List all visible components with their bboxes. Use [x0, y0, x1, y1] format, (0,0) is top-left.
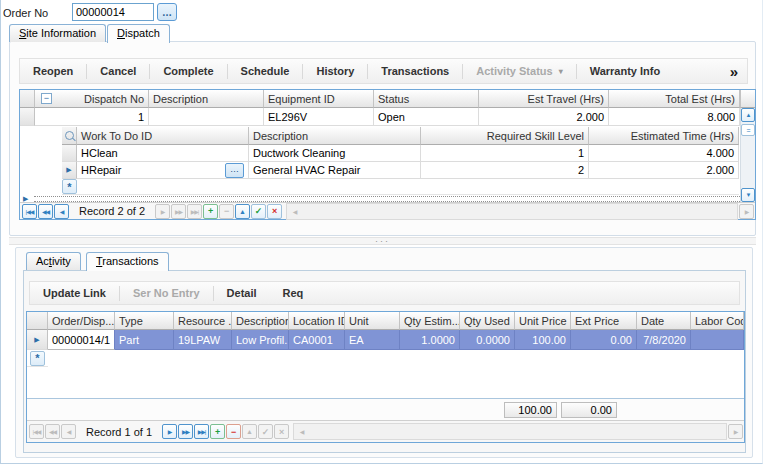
column-header-location-id[interactable]: Location ID	[289, 312, 345, 330]
cell-detail-description[interactable]: Ductwork Cleaning	[249, 145, 421, 162]
detail-button[interactable]: Detail	[214, 282, 270, 304]
scroll-right-icon[interactable]: ▶	[728, 424, 743, 439]
column-header-total-est[interactable]: Total Est (Hrs)	[609, 90, 740, 108]
column-header-estimated-time[interactable]: Estimated Time (Hrs)	[589, 127, 739, 145]
cell-description[interactable]	[149, 108, 264, 126]
tab-label: Activity	[36, 255, 71, 267]
cell-location-id[interactable]: CA0001	[289, 330, 345, 350]
reopen-button[interactable]: Reopen	[20, 59, 86, 83]
table-row[interactable]: ▶ HRepair… General HVAC Repair 2 2.000	[62, 162, 739, 179]
table-row[interactable]: 1 EL296V Open 2.000 8.000	[20, 108, 740, 126]
tab-transactions[interactable]: Transactions	[86, 252, 169, 271]
horizontal-scrollbar[interactable]: ◀	[286, 203, 738, 220]
cell-browse-button[interactable]: …	[225, 163, 244, 178]
complete-button[interactable]: Complete	[150, 59, 226, 83]
tab-label: Dispatch	[117, 27, 160, 39]
schedule-button[interactable]: Schedule	[228, 59, 303, 83]
order-no-input[interactable]	[72, 3, 154, 21]
scroll-left-icon[interactable]: ◀	[294, 424, 309, 439]
cell-estimated-time[interactable]: 2.000	[589, 162, 739, 179]
cell-work-to-do-id[interactable]: HClean	[77, 145, 249, 162]
cell-qty-used[interactable]: 0.0000	[460, 330, 515, 350]
tab-activity[interactable]: Activity	[26, 252, 81, 270]
tab-dispatch[interactable]: Dispatch	[107, 24, 170, 43]
tab-site-information[interactable]: Site Information	[9, 24, 106, 42]
table-row[interactable]: HClean Ductwork Cleaning 1 4.000	[62, 145, 739, 162]
scrollbar-thumb[interactable]: =	[741, 124, 755, 136]
scroll-left-icon[interactable]: ◀	[287, 204, 302, 219]
work-to-do-detail-grid: Work To Do ID Description Required Skill…	[62, 127, 739, 195]
table-row-selected[interactable]: ▶ 00000014/1 Part 19LPAW Low Profil... C…	[27, 330, 744, 350]
column-header-required-skill-level[interactable]: Required Skill Level	[421, 127, 589, 145]
column-header-resource[interactable]: Resource ...	[174, 312, 232, 330]
cell-est-travel[interactable]: 2.000	[479, 108, 609, 126]
update-link-button[interactable]: Update Link	[30, 282, 119, 304]
cell-qty-estimated[interactable]: 1.0000	[400, 330, 460, 350]
column-header-equipment-id[interactable]: Equipment ID	[264, 90, 374, 108]
nav-next-button[interactable]: ▶	[162, 424, 177, 439]
cell-order-disp[interactable]: 00000014/1	[48, 330, 115, 350]
collapse-row-icon[interactable]: −	[41, 93, 52, 104]
new-row[interactable]: *	[62, 179, 739, 195]
scroll-down-icon[interactable]: ▼	[741, 188, 755, 202]
cell-description[interactable]: Low Profil...	[232, 330, 289, 350]
cell-ext-price[interactable]: 0.00	[571, 330, 637, 350]
cell-status[interactable]: Open	[374, 108, 479, 126]
cancel-button[interactable]: Cancel	[87, 59, 149, 83]
column-header-date[interactable]: Date	[637, 312, 691, 330]
cell-resource[interactable]: 19LPAW	[174, 330, 232, 350]
vertical-scrollbar[interactable]: ▲ = ▼	[740, 108, 755, 202]
panel-splitter-handle[interactable]: ···	[9, 237, 756, 245]
column-header-unit[interactable]: Unit	[345, 312, 400, 330]
cell-detail-description[interactable]: General HVAC Repair	[249, 162, 421, 179]
scroll-up-icon[interactable]: ▲	[741, 108, 755, 122]
column-header-order-disp[interactable]: Order/Disp...	[48, 312, 115, 330]
warranty-info-button[interactable]: Warranty Info	[577, 59, 674, 83]
scroll-right-icon[interactable]: ▶	[739, 204, 754, 219]
column-header-type[interactable]: Type	[115, 312, 174, 330]
horizontal-scrollbar[interactable]: ◀	[293, 423, 727, 440]
nav-delete-button[interactable]: −	[226, 424, 241, 439]
history-button[interactable]: History	[303, 59, 367, 83]
cell-required-skill-level[interactable]: 1	[421, 145, 589, 162]
cell-unit-price[interactable]: 100.00	[515, 330, 571, 350]
cell-date[interactable]: 7/8/2020	[637, 330, 691, 350]
column-header-status[interactable]: Status	[374, 90, 479, 108]
transactions-button[interactable]: Transactions	[368, 59, 462, 83]
column-header-ext-price[interactable]: Ext Price	[571, 312, 637, 330]
column-header-detail-description[interactable]: Description	[249, 127, 421, 145]
req-button[interactable]: Req	[270, 282, 317, 304]
order-no-browse-button[interactable]: …	[157, 3, 177, 21]
column-header-qty-used[interactable]: Qty Used	[460, 312, 515, 330]
cell-estimated-time[interactable]: 4.000	[589, 145, 739, 162]
column-header-unit-price[interactable]: Unit Price	[515, 312, 571, 330]
new-row[interactable]: *	[27, 350, 48, 367]
nav-next-page-button[interactable]: ▶▶	[178, 424, 193, 439]
column-header-qty-estimated[interactable]: Qty Estim...	[400, 312, 460, 330]
nav-prev-page-button[interactable]: ◀◀	[38, 204, 53, 219]
cell-labor-code[interactable]	[691, 330, 744, 350]
cell-required-skill-level[interactable]: 2	[421, 162, 589, 179]
nav-last-button[interactable]: ▶▶|	[194, 424, 209, 439]
column-header-est-travel[interactable]: Est Travel (Hrs)	[479, 90, 609, 108]
nav-prev-button[interactable]: ◀	[54, 204, 69, 219]
nav-post-button[interactable]: ✓	[251, 204, 266, 219]
nav-cancel-edit-button[interactable]: ×	[267, 204, 282, 219]
cell-type[interactable]: Part	[115, 330, 174, 350]
column-header-dispatch-no[interactable]: Dispatch No	[35, 90, 149, 108]
nav-edit-button[interactable]: ▲	[235, 204, 250, 219]
cell-unit[interactable]: EA	[345, 330, 400, 350]
nav-first-button[interactable]: |◀◀	[22, 204, 37, 219]
nav-append-button[interactable]: +	[203, 204, 218, 219]
column-header-description[interactable]: Description	[149, 90, 264, 108]
column-header-labor-code[interactable]: Labor Code	[691, 312, 744, 330]
toolbar-overflow-icon[interactable]: »	[721, 63, 747, 80]
column-header-description[interactable]: Description	[232, 312, 289, 330]
cell-dispatch-no[interactable]: 1	[35, 108, 149, 126]
cell-work-to-do-id[interactable]: HRepair…	[77, 162, 249, 179]
nav-append-button[interactable]: +	[210, 424, 225, 439]
cell-total-est[interactable]: 8.000	[609, 108, 740, 126]
nav-cancel-edit-button: ×	[274, 424, 289, 439]
column-header-work-to-do-id[interactable]: Work To Do ID	[77, 127, 249, 145]
cell-equipment-id[interactable]: EL296V	[264, 108, 374, 126]
